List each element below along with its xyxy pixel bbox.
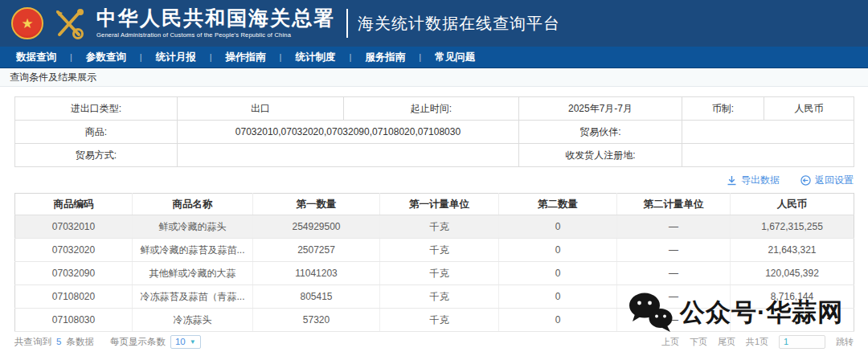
table-row[interactable]: 07108020 冷冻蒜苔及蒜苗（青蒜... 805415 千克 0 — 8,7… bbox=[15, 285, 854, 309]
cell-name: 鲜或冷藏的蒜苔及蒜苗... bbox=[133, 239, 253, 262]
cell-name: 冷冻蒜头 bbox=[133, 309, 253, 332]
cell-qty1: 254929500 bbox=[253, 215, 380, 239]
cell-unit2: — bbox=[617, 262, 731, 285]
main-nav: 数据查询| 参数查询| 统计月报| 操作指南| 统计制度| 服务指南| 常见问题 bbox=[0, 47, 868, 68]
cell-qty1: 805415 bbox=[253, 285, 380, 309]
reg-place-label: 收发货人注册地: bbox=[519, 144, 682, 167]
nav-separator: | bbox=[419, 52, 421, 62]
nav-item-monthly-report[interactable]: 统计月报 bbox=[156, 51, 196, 64]
cell-name: 其他鲜或冷藏的大蒜 bbox=[133, 262, 253, 285]
cell-qty2: 0 bbox=[499, 309, 617, 332]
col-header-qty1: 第一数量 bbox=[253, 194, 380, 215]
results-table: 商品编码 商品名称 第一数量 第一计量单位 第二数量 第二计量单位 人民币 07… bbox=[14, 193, 854, 332]
cell-unit1: 千克 bbox=[380, 309, 499, 332]
cell-code: 07032020 bbox=[15, 239, 133, 262]
currency-value: 人民币 bbox=[764, 97, 854, 121]
export-data-label: 导出数据 bbox=[741, 174, 780, 187]
col-header-commodity-code: 商品编码 bbox=[15, 194, 133, 215]
return-settings-label: 返回设置 bbox=[815, 174, 854, 187]
cell-code: 07032090 bbox=[15, 262, 133, 285]
nav-separator: | bbox=[210, 52, 212, 62]
table-row[interactable]: 07108030 冷冻蒜头 57320 千克 0 — bbox=[15, 309, 854, 332]
page-size-select[interactable]: 10 ▼ bbox=[170, 335, 201, 349]
nav-item-data-query[interactable]: 数据查询 bbox=[16, 51, 56, 64]
nav-separator: | bbox=[70, 52, 72, 62]
nav-separator: | bbox=[280, 52, 282, 62]
table-actions: 导出数据 返回设置 bbox=[14, 167, 854, 193]
nav-item-operation-guide[interactable]: 操作指南 bbox=[226, 51, 266, 64]
nav-item-faq[interactable]: 常见问题 bbox=[435, 51, 475, 64]
pagination: 上页 下页 尾页 共1页 跳转 bbox=[661, 335, 854, 349]
platform-title: 海关统计数据在线查询平台 bbox=[358, 13, 560, 35]
next-page-button[interactable]: 下页 bbox=[690, 336, 707, 348]
export-data-button[interactable]: 导出数据 bbox=[727, 174, 780, 187]
cell-name: 冷冻蒜苔及蒜苗（青蒜... bbox=[133, 285, 253, 309]
col-header-commodity-name: 商品名称 bbox=[133, 194, 253, 215]
org-title-block: 中华人民共和国海关总署 General Administration of Cu… bbox=[96, 8, 335, 39]
page-jump-input[interactable] bbox=[779, 335, 825, 349]
download-icon bbox=[727, 175, 737, 186]
result-count-area: 共查询到 5 条数据 每页显示条数 10 ▼ bbox=[14, 335, 201, 349]
cell-unit1: 千克 bbox=[380, 262, 499, 285]
trade-partner-label: 贸易伙伴: bbox=[519, 121, 682, 144]
top-header-bar: ★ 中华人民共和国海关总署 General Administration of … bbox=[0, 0, 868, 47]
breadcrumb: 查询条件及结果展示 bbox=[0, 68, 868, 87]
cell-rmb bbox=[731, 309, 854, 332]
cell-qty2: 0 bbox=[499, 239, 617, 262]
cell-name: 鲜或冷藏的蒜头 bbox=[133, 215, 253, 239]
cell-rmb: 120,045,392 bbox=[731, 262, 854, 285]
nav-item-param-query[interactable]: 参数查询 bbox=[86, 51, 126, 64]
cell-unit2: — bbox=[617, 215, 731, 239]
org-title-en: General Administration of Customs of the… bbox=[96, 31, 335, 39]
io-type-value: 出口 bbox=[178, 97, 344, 121]
cell-qty1: 2507257 bbox=[253, 239, 380, 262]
cell-qty2: 0 bbox=[499, 262, 617, 285]
cell-unit2: — bbox=[617, 239, 731, 262]
count-suffix: 条数据 bbox=[66, 336, 94, 348]
cell-unit2: — bbox=[617, 309, 731, 332]
last-page-button[interactable]: 尾页 bbox=[718, 336, 735, 348]
result-count: 5 bbox=[56, 337, 61, 346]
cell-unit2: — bbox=[617, 285, 731, 309]
national-emblem-icon: ★ bbox=[11, 7, 43, 39]
cell-qty1: 57320 bbox=[253, 309, 380, 332]
col-header-qty2: 第二数量 bbox=[499, 194, 617, 215]
table-row[interactable]: 07032010 鲜或冷藏的蒜头 254929500 千克 0 — 1,672,… bbox=[15, 215, 854, 239]
io-type-label: 进出口类型: bbox=[15, 97, 178, 121]
cell-rmb: 1,672,315,255 bbox=[731, 215, 854, 239]
cell-qty1: 11041203 bbox=[253, 262, 380, 285]
back-arrow-icon bbox=[800, 175, 811, 186]
commodity-label: 商品: bbox=[15, 121, 178, 144]
customs-emblem-icon bbox=[51, 6, 87, 41]
nav-separator: | bbox=[349, 52, 351, 62]
jump-button[interactable]: 跳转 bbox=[836, 336, 854, 348]
header-divider bbox=[346, 9, 348, 38]
cell-qty2: 0 bbox=[499, 215, 617, 239]
prev-page-button[interactable]: 上页 bbox=[661, 336, 679, 348]
cell-rmb: 8,716,144 bbox=[731, 285, 854, 309]
trade-partner-value bbox=[682, 121, 854, 144]
time-range-label: 起止时间: bbox=[344, 97, 519, 121]
cell-unit1: 千克 bbox=[380, 215, 499, 239]
nav-item-statistics-system[interactable]: 统计制度 bbox=[295, 51, 335, 64]
currency-label: 币制: bbox=[682, 97, 764, 121]
reg-place-value bbox=[682, 144, 854, 167]
query-summary-table: 进出口类型: 出口 起止时间: 2025年7月-7月 币制: 人民币 商品: 0… bbox=[14, 96, 854, 167]
table-row[interactable]: 07032020 鲜或冷藏的蒜苔及蒜苗... 2507257 千克 0 — 21… bbox=[15, 239, 854, 262]
results-header-row: 商品编码 商品名称 第一数量 第一计量单位 第二数量 第二计量单位 人民币 bbox=[15, 194, 854, 215]
nav-item-service-guide[interactable]: 服务指南 bbox=[365, 51, 405, 64]
col-header-unit1: 第一计量单位 bbox=[380, 194, 499, 215]
cell-qty2: 0 bbox=[499, 285, 617, 309]
cell-rmb: 21,643,321 bbox=[731, 239, 854, 262]
org-title-cn: 中华人民共和国海关总署 bbox=[96, 8, 335, 29]
return-settings-button[interactable]: 返回设置 bbox=[800, 174, 854, 187]
cell-code: 07032010 bbox=[15, 215, 133, 239]
nav-separator: | bbox=[140, 52, 142, 62]
col-header-rmb: 人民币 bbox=[731, 194, 854, 215]
trade-mode-label: 贸易方式: bbox=[15, 144, 178, 167]
time-range-value: 2025年7月-7月 bbox=[519, 97, 682, 121]
table-row[interactable]: 07032090 其他鲜或冷藏的大蒜 11041203 千克 0 — 120,0… bbox=[15, 262, 854, 285]
total-pages-label: 共1页 bbox=[746, 336, 768, 348]
col-header-unit2: 第二计量单位 bbox=[617, 194, 731, 215]
table-footer: 共查询到 5 条数据 每页显示条数 10 ▼ 上页 下页 尾页 共1页 跳转 bbox=[0, 333, 868, 350]
